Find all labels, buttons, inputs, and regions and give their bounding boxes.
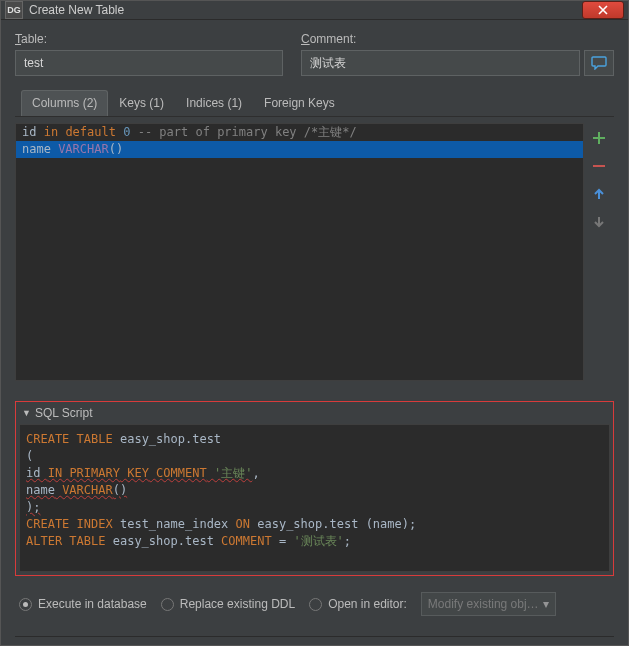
tabs-row: Columns (2) Keys (1) Indices (1) Foreign…	[15, 90, 614, 117]
arrow-down-icon	[592, 215, 606, 229]
dialog-window: DG Create New Table Table: Comment:	[0, 0, 629, 646]
remove-column-button[interactable]	[590, 157, 608, 175]
comment-input[interactable]	[301, 50, 580, 76]
table-field-group: Table:	[15, 32, 283, 76]
sql-script-header[interactable]: ▼ SQL Script	[16, 402, 613, 424]
chevron-down-icon: ▾	[543, 597, 549, 611]
close-icon	[598, 5, 608, 15]
move-up-button[interactable]	[590, 185, 608, 203]
tab-columns[interactable]: Columns (2)	[21, 90, 108, 116]
dialog-title: Create New Table	[29, 3, 582, 17]
comment-field-group: Comment:	[301, 32, 614, 76]
radio-open-in-editor[interactable]: Open in editor:	[309, 597, 407, 611]
titlebar: DG Create New Table	[1, 1, 628, 20]
footer-separator	[15, 636, 614, 637]
column-row-name[interactable]: name VARCHAR()	[16, 141, 583, 158]
comment-label: Comment:	[301, 32, 614, 46]
radio-replace-existing-ddl[interactable]: Replace existing DDL	[161, 597, 295, 611]
tab-foreign-keys[interactable]: Foreign Keys	[253, 90, 346, 116]
sql-script-editor[interactable]: CREATE TABLE easy_shop.test ( id IN PRIM…	[19, 424, 610, 572]
tab-indices[interactable]: Indices (1)	[175, 90, 253, 116]
app-icon: DG	[5, 1, 23, 19]
radio-execute-in-database[interactable]: Execute in database	[19, 597, 147, 611]
radio-off-icon	[161, 598, 174, 611]
table-name-input[interactable]	[15, 50, 283, 76]
sql-script-section: ▼ SQL Script CREATE TABLE easy_shop.test…	[15, 401, 614, 576]
arrow-up-icon	[592, 187, 606, 201]
speech-bubble-icon	[591, 56, 607, 70]
top-fields-row: Table: Comment:	[15, 32, 614, 76]
add-column-button[interactable]	[590, 129, 608, 147]
columns-area: id in default 0 -- part of primary key /…	[15, 123, 614, 381]
collapse-toggle-icon: ▼	[22, 408, 31, 418]
plus-icon	[592, 131, 606, 145]
column-side-toolbar	[584, 123, 614, 381]
execute-options-row: Execute in database Replace existing DDL…	[15, 592, 614, 616]
move-down-button[interactable]	[590, 213, 608, 231]
close-button[interactable]	[582, 1, 624, 19]
expand-comment-button[interactable]	[584, 50, 614, 76]
radio-on-icon	[19, 598, 32, 611]
sql-script-label: SQL Script	[35, 406, 93, 420]
table-label: Table:	[15, 32, 283, 46]
minus-icon	[592, 159, 606, 173]
column-row-id[interactable]: id in default 0 -- part of primary key /…	[16, 124, 583, 141]
tab-keys[interactable]: Keys (1)	[108, 90, 175, 116]
radio-off-icon	[309, 598, 322, 611]
open-in-editor-combo[interactable]: Modify existing obj… ▾	[421, 592, 556, 616]
columns-list[interactable]: id in default 0 -- part of primary key /…	[15, 123, 584, 381]
dialog-body: Table: Comment: Columns (2) Keys (1) Ind…	[1, 20, 628, 646]
